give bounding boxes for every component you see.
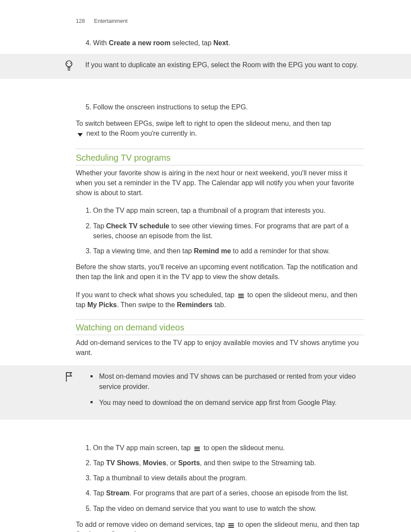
- schedule-step-2: 2. Tap Check TV schedule to see other vi…: [76, 221, 364, 241]
- triangle-down-icon: [76, 130, 86, 137]
- menu-icon: [193, 444, 202, 451]
- ondemand-step-4: 4. Tap Stream. For programs that are par…: [76, 488, 364, 498]
- menu-icon: [227, 521, 236, 528]
- lightbulb-icon: [65, 60, 73, 75]
- schedule-check: If you want to check what shows you sche…: [76, 290, 364, 310]
- header-section: Entertainment: [94, 18, 128, 24]
- note-callout: Most on-demand movies and TV shows can b…: [0, 365, 411, 420]
- step-5: 5. Follow the onscreen instructions to s…: [76, 102, 364, 112]
- step-text: With Create a new room selected, tap Nex…: [93, 39, 230, 47]
- svg-line-5: [70, 62, 72, 64]
- step-num: 4.: [82, 38, 91, 48]
- svg-marker-6: [78, 133, 83, 137]
- page-header: 128 Entertainment 4. With Create a new r…: [76, 0, 364, 48]
- note-bullet-1: Most on-demand movies and TV shows can b…: [89, 371, 364, 391]
- ondemand-step-2: 2. Tap TV Shows, Movies, or Sports, and …: [76, 458, 364, 468]
- ondemand-step-3: 3. Tap a thumbnail to view details about…: [76, 473, 364, 483]
- tip-callout: If you want to duplicate an existing EPG…: [0, 54, 411, 79]
- svg-line-4: [66, 62, 68, 64]
- header-line: 128 Entertainment: [76, 17, 364, 25]
- schedule-intro: Whether your favorite show is airing in …: [76, 168, 364, 198]
- steps-5: 5. Follow the onscreen instructions to s…: [76, 102, 364, 112]
- page-root: 128 Entertainment 4. With Create a new r…: [0, 0, 411, 532]
- step-text: Follow the onscreen instructions to setu…: [93, 103, 248, 111]
- menu-icon: [237, 291, 246, 299]
- ondemand-step-5: 5. Tap the video on demand service that …: [76, 504, 364, 513]
- ondemand-steps: 1. On the TV app main screen, tap to ope…: [76, 443, 364, 513]
- section-title-scheduling: Scheduling TV programs: [76, 149, 364, 165]
- flag-icon: [65, 371, 73, 385]
- page-number: 128: [76, 18, 85, 24]
- step-4: 4. With Create a new room selected, tap …: [76, 38, 364, 48]
- schedule-step-1: 1. On the TV app main screen, tap a thum…: [76, 205, 364, 215]
- ondemand-intro: Add on-demand services to the TV app to …: [76, 338, 364, 358]
- step-num: 5.: [82, 102, 91, 112]
- ondemand-outro: To add or remove video on demand service…: [76, 520, 364, 532]
- section-title-ondemand: Watching on demand videos: [76, 319, 364, 335]
- steps-top: 4. With Create a new room selected, tap …: [76, 38, 364, 48]
- switch-epg-para: To switch between EPGs, swipe left to ri…: [76, 118, 364, 138]
- content-after-tip: 5. Follow the onscreen instructions to s…: [76, 85, 364, 358]
- note-bullet-2: You may need to download the on demand s…: [89, 398, 364, 408]
- tip-text: If you want to duplicate an existing EPG…: [85, 61, 358, 68]
- content-ondemand-steps: 1. On the TV app main screen, tap to ope…: [76, 426, 364, 532]
- schedule-step-3: 3. Tap a viewing time, and then tap Remi…: [76, 246, 364, 256]
- schedule-after: Before the show starts, you'll receive a…: [76, 262, 364, 282]
- schedule-steps: 1. On the TV app main screen, tap a thum…: [76, 205, 364, 256]
- note-bullets: Most on-demand movies and TV shows can b…: [89, 371, 364, 408]
- ondemand-step-1: 1. On the TV app main screen, tap to ope…: [76, 443, 364, 453]
